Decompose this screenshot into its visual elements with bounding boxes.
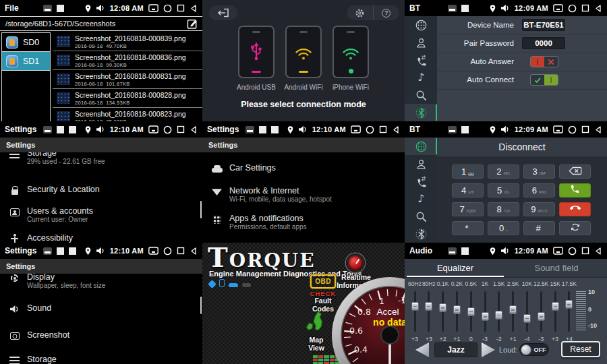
recents-square-icon[interactable]	[379, 125, 387, 133]
sidebar-search[interactable]	[405, 208, 437, 225]
sidebar-bluetooth-settings[interactable]	[405, 225, 437, 243]
call-key[interactable]	[559, 183, 591, 198]
slider-handle[interactable]	[425, 302, 432, 311]
recents-square-icon[interactable]	[581, 125, 589, 133]
dial-key-4[interactable]: 4GHI	[452, 183, 484, 198]
edit-icon[interactable]	[187, 18, 198, 30]
sidebar-bluetooth-settings[interactable]	[405, 104, 437, 121]
settings-item[interactable]: Users & accountsCurrent user: Owner	[0, 206, 202, 226]
exit-button[interactable]	[209, 5, 237, 20]
slider-track[interactable]	[484, 291, 486, 332]
file-row[interactable]: Screenshot_20160818-000823.png2016-08-18…	[53, 108, 202, 121]
home-circle-icon[interactable]	[568, 4, 577, 13]
iphone-wifi-phone[interactable]	[333, 26, 369, 78]
screenshot-nav-icon[interactable]	[553, 247, 563, 255]
home-circle-icon[interactable]	[163, 247, 172, 255]
loudness-toggle[interactable]: OFF	[519, 343, 549, 356]
map-view-icon[interactable]	[302, 310, 328, 334]
sidebar-dialpad[interactable]	[405, 16, 437, 34]
settings-item[interactable]: Network & InternetWi-Fi, mobile, data us…	[202, 186, 405, 206]
dial-key-star[interactable]: *	[452, 221, 484, 235]
settings-item[interactable]: Sound	[0, 303, 202, 324]
back-triangle-icon[interactable]	[594, 4, 602, 13]
back-triangle-icon[interactable]	[594, 247, 602, 255]
slider-handle[interactable]	[523, 314, 531, 323]
sidebar-dialpad[interactable]	[405, 138, 437, 155]
settings-item[interactable]: DisplayWallpaper, sleep, font size	[0, 272, 202, 293]
sidebar-call-transfer[interactable]	[405, 51, 437, 69]
file-row[interactable]: Screenshot_20160818-000831.png2016-08-18…	[53, 70, 202, 89]
device-name-value[interactable]: BT-E70E51	[522, 19, 565, 31]
slider-track[interactable]	[428, 291, 430, 332]
dial-key-5[interactable]: 5JKL	[488, 183, 519, 198]
screenshot-nav-icon[interactable]	[148, 4, 158, 12]
settings-item[interactable]: Security & Location	[0, 185, 202, 205]
back-triangle-icon[interactable]	[190, 247, 198, 255]
slider-track[interactable]	[414, 291, 416, 332]
settings-item[interactable]: Screenshot	[0, 330, 202, 351]
back-triangle-icon[interactable]	[392, 125, 400, 134]
screenshot-nav-icon[interactable]	[148, 125, 158, 133]
dial-key-9[interactable]: 9WXYZ	[523, 202, 555, 216]
slider-track[interactable]	[568, 291, 570, 332]
slider-handle[interactable]	[552, 302, 559, 311]
dial-key-8[interactable]: 8TUV	[488, 202, 519, 216]
slider-handle[interactable]	[453, 305, 461, 314]
sidebar-contacts[interactable]	[405, 155, 437, 173]
realtime-gauge-icon[interactable]	[346, 253, 365, 272]
scrollbar[interactable]	[200, 201, 202, 218]
dial-key-3[interactable]: 3DEF	[523, 164, 555, 179]
slider-handle[interactable]	[439, 303, 446, 312]
android-wifi-phone[interactable]	[285, 26, 322, 78]
map-view-label[interactable]: Map View	[304, 336, 329, 352]
slider-track[interactable]	[540, 291, 542, 332]
tab-sound-field[interactable]: Sound field	[506, 259, 607, 277]
home-circle-icon[interactable]	[163, 125, 172, 134]
slider-handle[interactable]	[495, 311, 502, 320]
screenshot-nav-icon[interactable]	[148, 247, 158, 255]
file-row[interactable]: Screenshot_20160818-000839.png2016-08-18…	[53, 32, 202, 51]
drive-sd1-selected[interactable]: SD1	[2, 52, 50, 71]
screenshot-nav-icon[interactable]	[553, 4, 563, 12]
slider-handle[interactable]	[482, 312, 489, 321]
sidebar-contacts[interactable]	[405, 34, 437, 51]
auto-connect-toggle[interactable]	[530, 74, 558, 86]
settings-gear-button[interactable]	[347, 5, 373, 20]
redial-key[interactable]	[559, 221, 591, 235]
dial-key-7[interactable]: 7PQRS	[452, 202, 484, 216]
slider-handle[interactable]	[565, 300, 573, 309]
settings-item[interactable]: Apps & notificationsPermissions, default…	[202, 214, 405, 234]
sidebar-search[interactable]	[405, 86, 437, 104]
back-triangle-icon[interactable]	[190, 125, 198, 134]
back-triangle-icon[interactable]	[190, 4, 198, 13]
recents-square-icon[interactable]	[581, 247, 589, 255]
dial-key-6[interactable]: 6MNO	[523, 183, 555, 198]
home-circle-icon[interactable]	[568, 247, 577, 255]
screenshot-nav-icon[interactable]	[351, 125, 361, 133]
recents-square-icon[interactable]	[177, 4, 185, 12]
file-row[interactable]: Screenshot_20160818-000836.png2016-08-18…	[53, 51, 202, 70]
dial-key-2[interactable]: 2ABC	[488, 164, 519, 179]
slider-handle[interactable]	[411, 302, 419, 311]
auto-answer-toggle[interactable]	[530, 56, 558, 67]
screenshot-nav-icon[interactable]	[553, 125, 563, 133]
tab-equalizer[interactable]: Equalizer	[405, 259, 506, 277]
backspace-key[interactable]	[559, 164, 591, 179]
home-circle-icon[interactable]	[366, 125, 374, 134]
reset-button[interactable]: Reset	[561, 341, 600, 357]
recents-square-icon[interactable]	[581, 4, 589, 12]
slider-track[interactable]	[554, 291, 556, 332]
sidebar-bt-music[interactable]: ♪	[405, 69, 437, 86]
slider-track[interactable]	[526, 291, 528, 332]
dial-key-hash[interactable]: #	[523, 221, 555, 235]
home-circle-icon[interactable]	[163, 4, 172, 13]
path-bar[interactable]: /storage/68D1-567D/Screenshots	[0, 16, 202, 31]
settings-item[interactable]: Storage	[0, 355, 202, 364]
pair-password-value[interactable]: 0000	[522, 37, 565, 49]
settings-item[interactable]: AccessibilityScreen readers, display, in…	[0, 233, 202, 243]
slider-handle[interactable]	[467, 307, 475, 316]
drive-sd0[interactable]: SD0	[2, 33, 50, 52]
end-call-key[interactable]	[559, 202, 591, 216]
scrollbar[interactable]	[200, 297, 202, 314]
back-triangle-icon[interactable]	[594, 125, 602, 134]
